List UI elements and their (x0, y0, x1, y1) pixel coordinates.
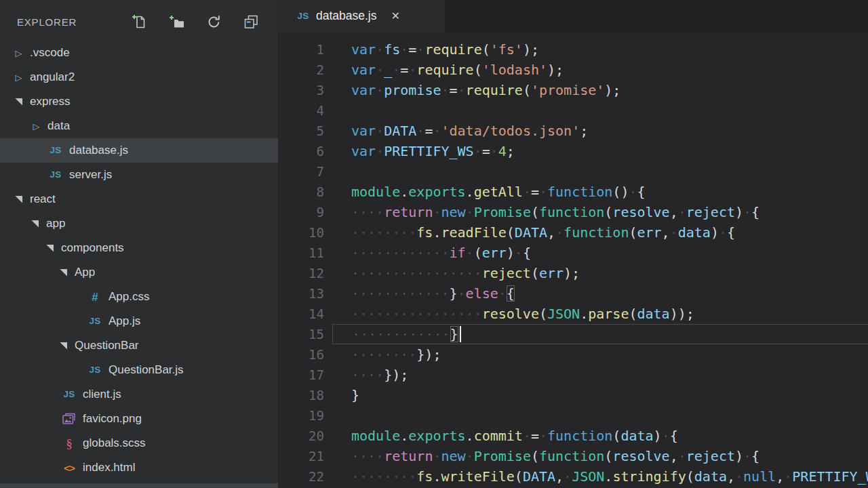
chevron-expanded-icon[interactable] (58, 342, 68, 350)
code-line-content[interactable]: module.exports.getAll·=·function()·{ (332, 182, 868, 202)
code-line-content[interactable]: module.exports.commit·=·function(data)·{ (332, 426, 868, 446)
chevron-collapsed-icon[interactable]: ▷ (31, 122, 41, 131)
code-line-content[interactable]: ············if·(err)·{ (332, 243, 868, 263)
code-line-7[interactable]: 7 (278, 161, 868, 182)
tree-item-index-html[interactable]: <>index.html (0, 455, 278, 480)
chevron-expanded-icon[interactable] (14, 196, 24, 203)
code-line-11[interactable]: 11············if·(err)·{ (278, 243, 868, 263)
chevron-collapsed-icon[interactable]: ▷ (14, 49, 24, 58)
code-area[interactable]: 1var·fs·=·require('fs');2var·_·=·require… (278, 32, 868, 487)
tree-item-questionbar-js[interactable]: JSQuestionBar.js (0, 358, 278, 382)
code-token: function (539, 448, 604, 464)
tree-item-label: data (47, 119, 70, 133)
tree-item-label: server.js (69, 168, 112, 182)
code-line-16[interactable]: 16········}); (278, 344, 868, 365)
code-line-19[interactable]: 19 (278, 405, 868, 426)
code-line-15[interactable]: 15············} (278, 324, 868, 344)
code-token: · (735, 468, 743, 485)
tree-item-database-js[interactable]: JSdatabase.js (0, 138, 278, 163)
code-token: · (416, 41, 425, 58)
line-number: 3 (278, 80, 324, 100)
line-number: 21 (278, 446, 324, 466)
code-line-content[interactable]: ················reject(err); (332, 263, 868, 283)
chevron-expanded-icon[interactable] (30, 220, 40, 228)
tree-item-app-js[interactable]: JSApp.js (0, 309, 278, 333)
code-line-9[interactable]: 9····return·new·Promise(function(resolve… (278, 202, 868, 222)
code-line-content[interactable]: var·_·=·require('lodash'); (332, 60, 868, 80)
tree-item-globals-scss[interactable]: §globals.scss (0, 431, 278, 455)
code-line-content[interactable]: ············} (332, 324, 868, 344)
tree-item-app[interactable]: App (0, 260, 278, 285)
tree-item-client-js[interactable]: JSclient.js (0, 382, 278, 407)
code-line-3[interactable]: 3var·promise·=·require('promise'); (278, 80, 868, 100)
code-token: ( (686, 468, 694, 485)
code-token: var (351, 41, 376, 58)
code-line-content[interactable] (332, 161, 868, 182)
js-file-icon: JS (87, 317, 103, 326)
code-line-17[interactable]: 17····}); (278, 365, 868, 385)
collapse-all-button[interactable] (243, 14, 259, 30)
code-line-13[interactable]: 13············}·else·{ (278, 283, 868, 304)
code-line-content[interactable]: var·PRETTIFY_WS·=·4; (332, 141, 868, 161)
code-token: var (351, 82, 376, 98)
code-token: ( (515, 468, 523, 485)
sidebar-scrollbar[interactable] (0, 483, 278, 488)
code-line-content[interactable]: ················resolve(JSON.parse(data)… (332, 304, 868, 324)
code-line-12[interactable]: 12················reject(err); (278, 263, 868, 283)
new-file-button[interactable] (131, 14, 147, 30)
tree-item-server-js[interactable]: JSserver.js (0, 163, 278, 187)
code-line-22[interactable]: 22········fs.writeFile(DATA,·JSON.string… (278, 466, 868, 487)
code-line-10[interactable]: 10········fs.readFile(DATA,·function(err… (278, 222, 868, 243)
new-folder-button[interactable] (168, 14, 184, 30)
code-line-21[interactable]: 21····return·new·Promise(function(resolv… (278, 446, 868, 466)
code-token: return (384, 204, 433, 220)
code-token: module (351, 184, 400, 200)
code-line-content[interactable] (332, 405, 868, 426)
tab-database-js[interactable]: JS database.js ✕ (278, 0, 445, 32)
code-line-4[interactable]: 4 (278, 100, 868, 121)
code-token: · (474, 143, 482, 159)
tree-item-label: QuestionBar (75, 339, 139, 352)
refresh-button[interactable] (205, 14, 222, 30)
code-token: · (490, 143, 498, 159)
tree-item-angular2[interactable]: ▷angular2 (0, 65, 278, 89)
code-line-content[interactable]: ····return·new·Promise(function(resolve,… (332, 446, 868, 466)
code-line-20[interactable]: 20module.exports.commit·=·function(data)… (278, 426, 868, 446)
code-line-6[interactable]: 6var·PRETTIFY_WS·=·4; (278, 141, 868, 161)
code-line-2[interactable]: 2var·_·=·require('lodash'); (278, 60, 868, 80)
code-line-1[interactable]: 1var·fs·=·require('fs'); (278, 39, 868, 60)
code-line-content[interactable]: ········}); (332, 344, 868, 365)
tree-item-app-css[interactable]: #App.css (0, 285, 278, 309)
tree-item-react[interactable]: react (0, 187, 278, 211)
line-number: 11 (278, 243, 324, 263)
code-token: · (466, 245, 474, 261)
code-line-content[interactable]: ············}·else·{ (332, 283, 868, 304)
code-line-content[interactable]: ········fs.readFile(DATA,·function(err,·… (332, 222, 868, 243)
code-line-content[interactable]: var·fs·=·require('fs'); (332, 39, 868, 60)
tree-item-vscode[interactable]: ▷.vscode (0, 41, 278, 65)
chevron-expanded-icon[interactable] (45, 245, 55, 252)
tree-item-app[interactable]: app (0, 211, 278, 236)
tree-item-data[interactable]: ▷data (0, 114, 278, 138)
code-line-14[interactable]: 14················resolve(JSON.parse(dat… (278, 304, 868, 324)
tree-item-questionbar[interactable]: QuestionBar (0, 333, 278, 358)
code-line-content[interactable]: ····return·new·Promise(function(resolve,… (332, 202, 868, 222)
tree-item-express[interactable]: express (0, 89, 278, 114)
code-line-content[interactable]: ········fs.writeFile(DATA,·JSON.stringif… (332, 466, 868, 487)
code-line-content[interactable]: var·promise·=·require('promise'); (332, 80, 868, 100)
tab-bar: JS database.js ✕ (278, 0, 868, 32)
code-line-content[interactable]: var·DATA·=·'data/todos.json'; (332, 121, 868, 141)
code-line-content[interactable]: ····}); (332, 365, 868, 385)
code-line-content[interactable]: } (332, 385, 868, 405)
code-line-5[interactable]: 5var·DATA·=·'data/todos.json'; (278, 121, 868, 141)
close-icon[interactable]: ✕ (389, 8, 403, 24)
chevron-expanded-icon[interactable] (58, 269, 68, 277)
tree-item-components[interactable]: components (0, 236, 278, 260)
code-line-18[interactable]: 18} (278, 385, 868, 405)
code-line-content[interactable] (332, 100, 868, 121)
chevron-collapsed-icon[interactable]: ▷ (14, 73, 24, 82)
code-line-8[interactable]: 8module.exports.getAll·=·function()·{ (278, 182, 868, 202)
code-token: · (392, 62, 400, 78)
chevron-expanded-icon[interactable] (14, 98, 24, 106)
tree-item-favicon-png[interactable]: favicon.png (0, 407, 278, 431)
